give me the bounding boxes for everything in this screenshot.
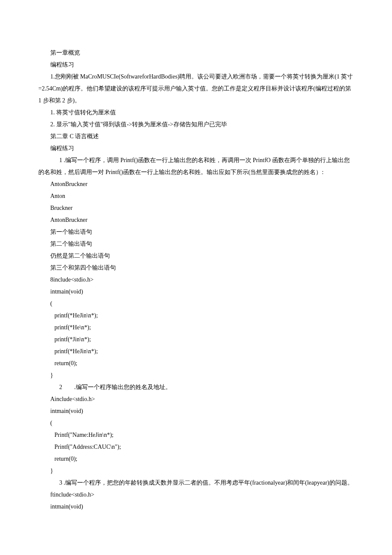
text-line: 1. 将英寸值转化为厘米值	[38, 107, 354, 119]
text-line: }	[38, 369, 354, 381]
text-line: Bruckner	[38, 202, 354, 214]
text-line: return(0);	[38, 453, 354, 465]
text-line: 第一个输出语句	[38, 226, 354, 238]
text-line: (	[38, 417, 354, 429]
text-line: return(0);	[38, 357, 354, 369]
text-line: 仍然是第二个输出语句	[38, 250, 354, 262]
text-line: 编程练习	[38, 142, 354, 154]
text-line: 第三个和第四个输出语句	[38, 262, 354, 274]
text-line: intmain(void)	[38, 405, 354, 417]
text-line: 第二个输出语句	[38, 238, 354, 250]
text-line: AntonBruckner	[38, 178, 354, 190]
text-line: }	[38, 465, 354, 477]
text-line: printf(*HeJin\n*);	[38, 346, 354, 357]
text-line: (	[38, 298, 354, 310]
text-line: intmain(void)	[38, 286, 354, 298]
text-line: 3 .编写一个程序，把您的年龄转换成天数并显示二者的值。不用考虑平年(fract…	[38, 477, 354, 489]
text-line: 1.您刚刚被 MaCroMUSCIe(SoftwareforHardBodies…	[38, 71, 354, 107]
text-line: 2 .编写一个程序输出您的姓名及地址。	[38, 381, 354, 393]
text-line: printf(*Jin\n*);	[38, 334, 354, 346]
text-line: Ainclude<stdio.h>	[38, 393, 354, 405]
document-page: 第一章概览编程练习1.您刚刚被 MaCroMUSCIe(SoftwareforH…	[0, 0, 392, 555]
text-line: 2. 显示"输入英寸值"得到该值->转换为厘米值->存储告知用户已完毕	[38, 119, 354, 131]
text-line: 第二章 C 语言概述	[38, 131, 354, 142]
text-line: 第一章概览	[38, 47, 354, 59]
text-line: printf(*HeJin\n*);	[38, 310, 354, 322]
text-line: intmain(void)	[38, 501, 354, 513]
text-line: 1 .编写一个程序，调用 Printf()函数在一行上输出您的名和姓，再调用一次…	[38, 154, 354, 178]
text-line: Printf("Address:CAUC\n");	[38, 441, 354, 453]
text-line: Anton	[38, 190, 354, 202]
text-line: 8include<stdio.h>	[38, 274, 354, 286]
text-line: AntonBruckner	[38, 214, 354, 226]
text-line: Printf("Name:HeJin\n*);	[38, 429, 354, 441]
text-line: 编程练习	[38, 59, 354, 71]
text-line: printf(*He\n*);	[38, 322, 354, 334]
text-line: ftinclude<stdio.h>	[38, 489, 354, 501]
